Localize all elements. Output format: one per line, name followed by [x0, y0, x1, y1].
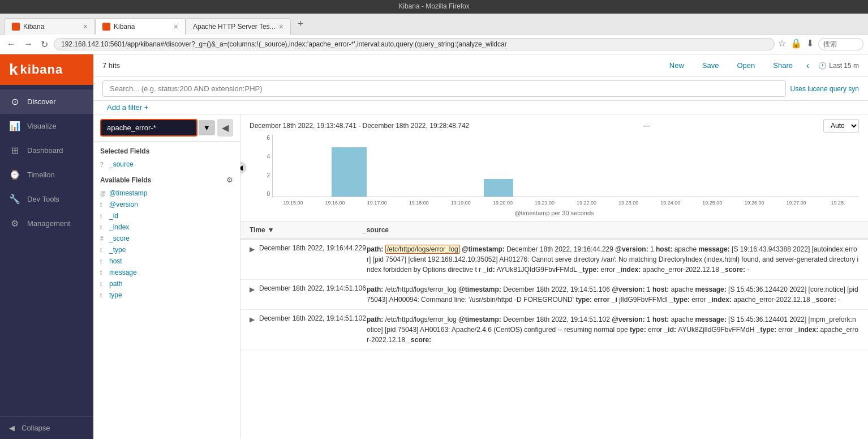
sidebar-item-management[interactable]: ⚙ Management [0, 211, 93, 236]
id-val-3: AYUk8ZjlIdG9FbvFFMdH [678, 326, 756, 334]
xlabel-12: 19:26:00 [733, 200, 775, 206]
xlabel-10: 19:24:00 [650, 200, 691, 206]
download-icon[interactable]: ⬇ [806, 38, 814, 50]
col-time-header[interactable]: Time ▼ [250, 226, 363, 234]
tab-close-3[interactable]: × [279, 22, 283, 31]
save-button[interactable]: Save [698, 59, 724, 72]
nav-prev-icon[interactable]: ‹ [806, 61, 809, 71]
field-item-index[interactable]: t _index [93, 221, 240, 233]
table-row: ▶ December 18th 2022, 19:14:51.106 path:… [240, 280, 868, 310]
sidebar-label-dashboard: Dashboard [27, 146, 63, 155]
browser-tab-1[interactable]: Kibana × [5, 18, 95, 35]
browser-addressbar: ← → ↻ 192.168.142.10:5601/app/kibana#/di… [0, 34, 868, 54]
xlabel-7: 19:21:00 [523, 200, 565, 206]
sidebar-item-visualize[interactable]: 📊 Visualize [0, 114, 93, 138]
time-indicator[interactable]: 🕐 Last 15 m [818, 62, 859, 70]
share-button[interactable]: Share [768, 59, 797, 72]
field-name-timestamp: @timestamp [109, 189, 148, 197]
sidebar-item-devtools[interactable]: 🔧 Dev Tools [0, 187, 93, 211]
row-source-3: path: /etc/httpd/logs/error_log @timesta… [367, 314, 859, 345]
fields-gear-icon[interactable]: ⚙ [226, 176, 233, 184]
field-item-source[interactable]: ? _source [93, 159, 240, 170]
row-time-1: December 18th 2022, 19:16:44.229 [259, 244, 367, 252]
row-expand-1[interactable]: ▶ [250, 245, 255, 253]
field-name-version: @version [109, 201, 138, 208]
forward-button[interactable]: → [22, 38, 35, 50]
field-name-id: _id [109, 212, 118, 220]
tab-close-1[interactable]: × [83, 22, 88, 31]
time-display: Last 15 m [829, 62, 859, 70]
table-header: Time ▼ _source [240, 221, 868, 240]
collapse-chart-button[interactable]: ◀ [240, 161, 246, 174]
kibana-logo[interactable]: k kibana [0, 54, 93, 85]
msg-key-3: message: [695, 316, 728, 323]
field-item-score[interactable]: # _score [93, 233, 240, 244]
sidebar-label-devtools: Dev Tools [27, 195, 59, 203]
sidebar-label-management: Management [27, 219, 70, 228]
available-fields-header: Available Fields ⚙ [93, 170, 240, 187]
field-item-type2[interactable]: t type [93, 289, 240, 301]
new-button[interactable]: New [665, 59, 689, 72]
field-item-version[interactable]: t @version [93, 199, 240, 210]
field-name-source: _source [109, 160, 134, 168]
score-val-2: - [838, 296, 840, 304]
field-item-path[interactable]: t path [93, 278, 240, 289]
sidebar-item-timelion[interactable]: ⌚ Timelion [0, 163, 93, 187]
row-source-1: path: /etc/httpd/logs/error_log @timesta… [367, 244, 859, 275]
browser-tab-2[interactable]: Kibana × [95, 18, 186, 35]
refresh-button[interactable]: ↻ [38, 38, 50, 51]
field-item-host[interactable]: t host [93, 255, 240, 267]
field-item-id[interactable]: t _id [93, 210, 240, 221]
field-item-timestamp[interactable]: @ @timestamp [93, 187, 240, 199]
type-key-3: type: [630, 326, 648, 334]
browser-icons: ☆ 🔒 ⬇ [778, 38, 863, 50]
search-input[interactable] [102, 80, 786, 97]
kibana-k-icon: k [9, 61, 18, 79]
sidebar-collapse-button[interactable]: ◀ Collapse [0, 416, 93, 439]
yaxis-2: 2 [267, 172, 270, 178]
chart-bar-2 [484, 179, 513, 197]
type2-val-2: error [691, 296, 708, 304]
new-tab-button[interactable]: + [291, 15, 311, 33]
field-item-message[interactable]: t message [93, 267, 240, 278]
chart-interval-select[interactable]: Auto [823, 119, 859, 133]
browser-titlebar: Kibana - Mozilla Firefox [0, 0, 868, 14]
index-caret-button[interactable]: ▼ [199, 120, 215, 135]
field-type-type2: t [100, 292, 106, 299]
available-fields-title: Available Fields [100, 176, 151, 184]
address-bar[interactable]: 192.168.142.10:5601/app/kibana#/discover… [54, 38, 775, 50]
field-type-message: t [100, 270, 106, 276]
tab-label-2: Kibana [114, 23, 170, 31]
sidebar-item-discover[interactable]: ⊙ Discover [0, 89, 93, 114]
field-type-host: t [100, 258, 106, 265]
bookmark-icon[interactable]: ☆ [778, 38, 786, 50]
score-key-2: _score: [812, 296, 838, 304]
field-type-id: t [100, 213, 106, 219]
topbar: 7 hits New Save Open Share ‹ 🕐 Last 15 m [93, 54, 868, 77]
panel-collapse-button[interactable]: ◀ [217, 119, 233, 137]
host-val-3: apache [671, 316, 695, 323]
row-expand-3[interactable]: ▶ [250, 316, 255, 323]
open-button[interactable]: Open [732, 59, 759, 72]
add-filter-button[interactable]: Add a filter + [102, 101, 153, 114]
main-content: 7 hits New Save Open Share ‹ 🕐 Last 15 m… [93, 54, 868, 439]
field-item-type[interactable]: t _type [93, 244, 240, 255]
index-pattern-dropdown[interactable]: apache_error-* [100, 119, 197, 137]
chart-xaxis: 19:15:00 19:16:00 19:17:00 19:18:00 19:1… [272, 197, 859, 208]
sidebar-item-dashboard[interactable]: ⊞ Dashboard [0, 138, 93, 163]
browser-search-input[interactable] [818, 38, 863, 50]
browser-tabs: Kibana × Kibana × Apache HTTP Server Tes… [0, 14, 868, 34]
id-val-2: jlIdG9FbvFFMdI [617, 296, 670, 304]
tab-close-2[interactable]: × [174, 22, 178, 31]
browser-tab-3[interactable]: Apache HTTP Server Tes... × [186, 18, 291, 35]
compass-icon: ⊙ [9, 96, 20, 107]
sidebar: k kibana ⊙ Discover 📊 Visualize ⊞ Dashbo… [0, 54, 93, 439]
back-button[interactable]: ← [5, 38, 18, 50]
msg-key-2: message: [695, 285, 728, 293]
row-time-3: December 18th 2022, 19:14:51.102 [259, 314, 367, 322]
score-key-3: _score: [407, 336, 431, 344]
field-type-path: t [100, 281, 106, 287]
lucene-link[interactable]: Uses lucene query syn [790, 85, 859, 93]
xlabel-2: 19:16:00 [314, 200, 356, 206]
row-expand-2[interactable]: ▶ [250, 285, 255, 293]
